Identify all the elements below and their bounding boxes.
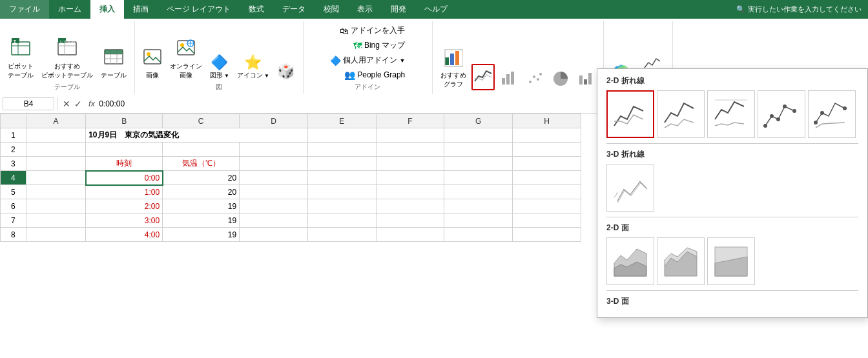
- icons-button[interactable]: ⭐ アイコン ▼: [234, 53, 272, 81]
- tab-review[interactable]: 校閲: [315, 0, 348, 19]
- cell-a5[interactable]: [26, 185, 86, 199]
- search-box[interactable]: 🔍 実行したい作業を入力してください: [730, 0, 868, 19]
- scatter-chart-button[interactable]: [523, 69, 546, 90]
- cell-h6[interactable]: [513, 199, 581, 214]
- cell-c6[interactable]: 19: [163, 199, 240, 214]
- cell-c5[interactable]: 20: [163, 185, 240, 199]
- cell-f4[interactable]: [376, 171, 444, 185]
- cell-b2[interactable]: [86, 143, 163, 157]
- line-2d-stacked-button[interactable]: [657, 90, 705, 138]
- shapes-button[interactable]: 🔷 図形 ▼: [207, 53, 232, 81]
- cell-c3[interactable]: 気温（℃）: [163, 157, 240, 171]
- cell-d2[interactable]: [240, 143, 308, 157]
- tab-formula[interactable]: 数式: [240, 0, 273, 19]
- cell-c4[interactable]: 20: [163, 171, 240, 185]
- cell-a8[interactable]: [26, 228, 86, 242]
- line-3d-button[interactable]: [606, 164, 654, 212]
- cell-e5[interactable]: [307, 185, 376, 199]
- area-2d-standard-button[interactable]: [606, 237, 654, 242]
- tab-data[interactable]: データ: [273, 0, 315, 19]
- cell-d4[interactable]: [240, 171, 308, 185]
- cell-g3[interactable]: [444, 157, 513, 171]
- area-2d-100-button[interactable]: [707, 237, 755, 242]
- cell-e6[interactable]: [307, 199, 376, 214]
- cell-h8[interactable]: [513, 228, 581, 242]
- cell-g8[interactable]: [444, 228, 513, 242]
- tab-help[interactable]: ヘルプ: [415, 0, 457, 19]
- col-header-c[interactable]: C: [163, 114, 240, 128]
- cell-b6[interactable]: 2:00: [86, 199, 163, 214]
- col-header-e[interactable]: E: [307, 114, 376, 128]
- tab-view[interactable]: 表示: [348, 0, 382, 19]
- tab-home[interactable]: ホーム: [49, 0, 90, 19]
- 3d-models-button[interactable]: 🎲: [274, 62, 298, 81]
- cell-b3[interactable]: 時刻: [86, 157, 163, 171]
- cell-b7[interactable]: 3:00: [86, 214, 163, 228]
- col-header-b[interactable]: B: [86, 114, 163, 128]
- col-header-g[interactable]: G: [444, 114, 513, 128]
- tab-draw[interactable]: 描画: [124, 0, 158, 19]
- cell-f6[interactable]: [376, 199, 444, 214]
- cell-h1[interactable]: [513, 128, 581, 143]
- cell-g4[interactable]: [444, 171, 513, 185]
- cell-c8[interactable]: 19: [163, 228, 240, 242]
- cell-c2[interactable]: [163, 143, 240, 157]
- cell-reference[interactable]: [3, 97, 54, 110]
- area-2d-stacked-button[interactable]: [657, 237, 705, 242]
- cell-e8[interactable]: [307, 228, 376, 242]
- cell-e2[interactable]: [307, 143, 376, 157]
- cell-g2[interactable]: [444, 143, 513, 157]
- cell-a6[interactable]: [26, 199, 86, 214]
- cell-a4[interactable]: [26, 171, 86, 185]
- cell-c7[interactable]: 19: [163, 214, 240, 228]
- cell-e1[interactable]: [307, 128, 376, 143]
- cell-f8[interactable]: [376, 228, 444, 242]
- cell-f3[interactable]: [376, 157, 444, 171]
- cell-g7[interactable]: [444, 214, 513, 228]
- cell-h3[interactable]: [513, 157, 581, 171]
- recommended-charts-button[interactable]: おすすめグラフ: [438, 47, 469, 90]
- confirm-icon[interactable]: ✓: [74, 99, 82, 109]
- cell-h2[interactable]: [513, 143, 581, 157]
- tab-page-layout[interactable]: ページ レイアウト: [158, 0, 240, 19]
- get-addins-button[interactable]: 🛍 アドインを入手: [337, 24, 408, 37]
- personal-addins-button[interactable]: 🔷 個人用アドイン ▼: [327, 54, 408, 67]
- cell-a1[interactable]: [26, 128, 86, 143]
- waterfall-chart-button[interactable]: [575, 69, 598, 90]
- cell-f2[interactable]: [376, 143, 444, 157]
- cell-f5[interactable]: [376, 185, 444, 199]
- cell-g6[interactable]: [444, 199, 513, 214]
- pie-chart-button[interactable]: [549, 69, 572, 90]
- line-chart-button[interactable]: [471, 64, 495, 90]
- cell-d7[interactable]: [240, 214, 308, 228]
- cell-h4[interactable]: [513, 171, 581, 185]
- cell-h5[interactable]: [513, 185, 581, 199]
- tab-dev[interactable]: 開発: [382, 0, 415, 19]
- line-2d-standard-button[interactable]: [606, 90, 654, 138]
- cell-e3[interactable]: [307, 157, 376, 171]
- col-header-a[interactable]: A: [26, 114, 86, 128]
- bar-chart-button[interactable]: [497, 69, 521, 90]
- cell-a2[interactable]: [26, 143, 86, 157]
- cell-g1[interactable]: [444, 128, 513, 143]
- cell-b8[interactable]: 4:00: [86, 228, 163, 242]
- cell-b5[interactable]: 1:00: [86, 185, 163, 199]
- col-header-h[interactable]: H: [513, 114, 581, 128]
- online-images-button[interactable]: オンライン画像: [167, 37, 205, 81]
- cell-f1[interactable]: [376, 128, 444, 143]
- cell-g5[interactable]: [444, 185, 513, 199]
- tab-insert[interactable]: 挿入: [90, 0, 124, 19]
- table-button[interactable]: テーブル: [98, 45, 129, 81]
- line-2d-markers-stacked-button[interactable]: [808, 90, 856, 138]
- people-graph-button[interactable]: 👥 People Graph: [342, 68, 408, 81]
- images-button[interactable]: 画像: [140, 46, 165, 81]
- cell-b4[interactable]: 0:00: [86, 171, 163, 185]
- cell-e4[interactable]: [307, 171, 376, 185]
- cancel-icon[interactable]: ✕: [63, 99, 70, 109]
- cell-d3[interactable]: [240, 157, 308, 171]
- cell-h7[interactable]: [513, 214, 581, 228]
- cell-b1[interactable]: 10月9日 東京の気温変化: [86, 128, 308, 143]
- cell-f7[interactable]: [376, 214, 444, 228]
- cell-d8[interactable]: [240, 228, 308, 242]
- col-header-f[interactable]: F: [376, 114, 444, 128]
